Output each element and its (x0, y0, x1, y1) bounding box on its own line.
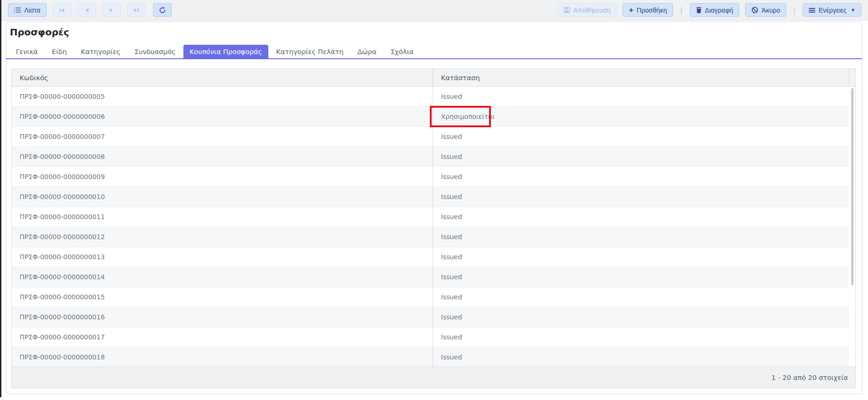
coupon-status-cell: Issued (433, 207, 849, 227)
list-button-label: Λίστα (24, 7, 41, 14)
chevron-down-icon: ▼ (851, 7, 855, 13)
toolbar-separator: | (680, 6, 682, 14)
window-left-edge (0, 0, 1, 397)
tab-item[interactable]: Είδη (46, 45, 73, 58)
next-page-button[interactable] (102, 3, 121, 17)
column-header-status[interactable]: Κατάσταση (433, 69, 849, 86)
skip-to-first-icon (59, 7, 65, 13)
first-page-button[interactable] (53, 3, 71, 17)
coupon-code-cell: ΠΡΣΦ-00000-0000000006 (12, 107, 433, 126)
coupon-code-cell: ΠΡΣΦ-00000-0000000013 (12, 247, 433, 267)
delete-button-label: Διαγραφή (705, 7, 733, 14)
add-button-label: Προσθήκη (637, 7, 667, 14)
column-header-code[interactable]: Κωδικός (12, 69, 433, 86)
table-row[interactable]: ΠΡΣΦ-00000-0000000016Issued (12, 307, 849, 327)
save-button[interactable]: Αποθήκευση (557, 3, 616, 17)
coupons-table-panel: Κωδικός Κατάσταση ΠΡΣΦ-00000-0000000005I… (11, 69, 856, 388)
coupon-status-cell: Issued (433, 307, 849, 327)
coupon-code-cell: ΠΡΣΦ-00000-0000000011 (12, 207, 433, 227)
table-row[interactable]: ΠΡΣΦ-00000-0000000017Issued (12, 327, 849, 347)
coupon-code-cell: ΠΡΣΦ-00000-0000000015 (12, 287, 433, 307)
content-card: Προσφορές ΓενικάΕίδηΚατηγορίεςΣυνδυασμός… (6, 21, 862, 394)
coupon-code-cell: ΠΡΣΦ-00000-0000000010 (12, 187, 433, 207)
previous-icon (84, 7, 89, 13)
table-row[interactable]: ΠΡΣΦ-00000-0000000008Issued (12, 147, 849, 167)
coupon-status-cell: Issued (433, 247, 849, 267)
annotation-highlight-box (430, 106, 491, 127)
table-row[interactable]: ΠΡΣΦ-00000-0000000012Issued (12, 227, 849, 247)
no-entry-icon (751, 7, 758, 14)
cancel-button[interactable]: Άκυρο (745, 3, 786, 17)
coupon-status-cell: Issued (433, 87, 849, 106)
tab-item[interactable]: Συνδυασμός (128, 45, 182, 58)
coupon-status-cell: Issued (433, 287, 849, 307)
coupon-code-cell: ΠΡΣΦ-00000-0000000007 (12, 127, 433, 146)
tab-active[interactable]: Κουπόνια Προσφοράς (183, 45, 268, 58)
coupon-code-cell: ΠΡΣΦ-00000-0000000016 (12, 307, 433, 327)
tab-item[interactable]: Δώρα (351, 45, 383, 58)
toolbar-left-group: Λίστα (8, 3, 172, 17)
skip-to-last-icon (133, 7, 139, 13)
table-row[interactable]: ΠΡΣΦ-00000-0000000005Issued (12, 87, 849, 107)
page-title: Προσφορές (10, 27, 69, 38)
save-button-label: Αποθήκευση (574, 7, 610, 14)
coupon-code-cell: ΠΡΣΦ-00000-0000000012 (12, 227, 433, 247)
coupon-status-cell: Χρησιμοποιείται (433, 107, 849, 126)
plus-icon: + (629, 6, 633, 14)
table-footer: 1 - 20 από 20 στοιχεία (12, 366, 855, 388)
table-row[interactable]: ΠΡΣΦ-00000-0000000018Issued (12, 347, 849, 367)
tab-bar: ΓενικάΕίδηΚατηγορίεςΣυνδυασμόςΚουπόνια Π… (6, 44, 862, 59)
table-body: ΠΡΣΦ-00000-0000000005IssuedΠΡΣΦ-00000-00… (12, 87, 855, 367)
coupon-code-cell: ΠΡΣΦ-00000-0000000005 (12, 87, 433, 106)
vertical-scrollbar[interactable] (851, 88, 854, 285)
refresh-icon (159, 7, 166, 14)
tab-item[interactable]: Σχόλια (385, 45, 420, 58)
toolbar-separator-2: | (793, 6, 796, 14)
coupon-status-cell: Issued (433, 327, 849, 347)
coupon-status-cell: Issued (433, 347, 849, 367)
header-scrollbar-spacer (849, 69, 855, 86)
coupon-code-cell: ΠΡΣΦ-00000-0000000014 (12, 267, 433, 287)
coupon-code-cell: ΠΡΣΦ-00000-0000000017 (12, 327, 433, 347)
tab-item[interactable]: Γενικά (10, 45, 44, 58)
trash-icon (696, 7, 702, 14)
coupon-status-cell: Issued (433, 267, 849, 287)
delete-button[interactable]: Διαγραφή (690, 3, 739, 17)
table-header: Κωδικός Κατάσταση (12, 69, 855, 87)
top-toolbar: Λίστα (1, 0, 868, 21)
tab-item[interactable]: Κατηγορίες (75, 45, 126, 58)
coupon-code-cell: ΠΡΣΦ-00000-0000000018 (12, 347, 433, 367)
coupon-status-cell: Issued (433, 167, 849, 186)
coupon-status-cell: Issued (433, 147, 849, 166)
save-icon (563, 7, 570, 14)
actions-button-label: Ενέργειες (819, 7, 847, 14)
last-page-button[interactable] (127, 3, 146, 17)
table-row[interactable]: ΠΡΣΦ-00000-0000000006Χρησιμοποιείται (12, 107, 849, 127)
table-row[interactable]: ΠΡΣΦ-00000-0000000007Issued (12, 127, 849, 147)
coupon-code-cell: ΠΡΣΦ-00000-0000000009 (12, 167, 433, 186)
table-row[interactable]: ΠΡΣΦ-00000-0000000010Issued (12, 187, 849, 207)
add-button[interactable]: + Προσθήκη (623, 3, 673, 17)
cancel-button-label: Άκυρο (762, 7, 780, 14)
table-row[interactable]: ΠΡΣΦ-00000-0000000011Issued (12, 207, 849, 227)
list-icon (14, 7, 21, 13)
table-row[interactable]: ΠΡΣΦ-00000-0000000009Issued (12, 167, 849, 187)
list-button[interactable]: Λίστα (8, 3, 47, 17)
coupon-status-cell: Issued (433, 227, 849, 247)
coupon-code-cell: ΠΡΣΦ-00000-0000000008 (12, 147, 433, 166)
table-row[interactable]: ΠΡΣΦ-00000-0000000013Issued (12, 247, 849, 267)
table-row[interactable]: ΠΡΣΦ-00000-0000000014Issued (12, 267, 849, 287)
refresh-button[interactable] (153, 3, 172, 17)
coupon-status-cell: Issued (433, 127, 849, 146)
table-row[interactable]: ΠΡΣΦ-00000-0000000015Issued (12, 287, 849, 307)
actions-button[interactable]: Ενέργειες ▼ (803, 3, 861, 17)
coupon-status-cell: Issued (433, 187, 849, 207)
tab-item[interactable]: Κατηγορίες Πελάτη (270, 45, 350, 58)
toolbar-right-group: Αποθήκευση + Προσθήκη | Διαγραφή Άκυρο |… (557, 3, 861, 17)
hamburger-icon (809, 7, 815, 13)
previous-page-button[interactable] (77, 3, 96, 17)
pagination-summary: 1 - 20 από 20 στοιχεία (771, 374, 848, 381)
next-icon (109, 7, 114, 13)
